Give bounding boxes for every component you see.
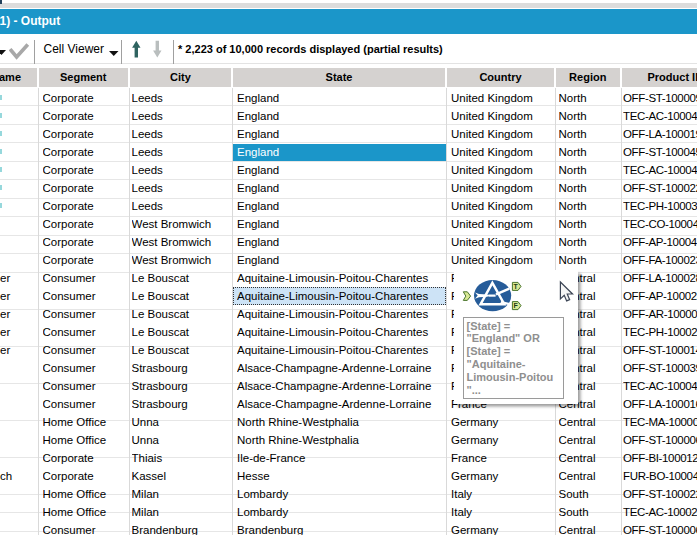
svg-text:F: F <box>513 302 518 309</box>
svg-text:T: T <box>514 283 519 290</box>
